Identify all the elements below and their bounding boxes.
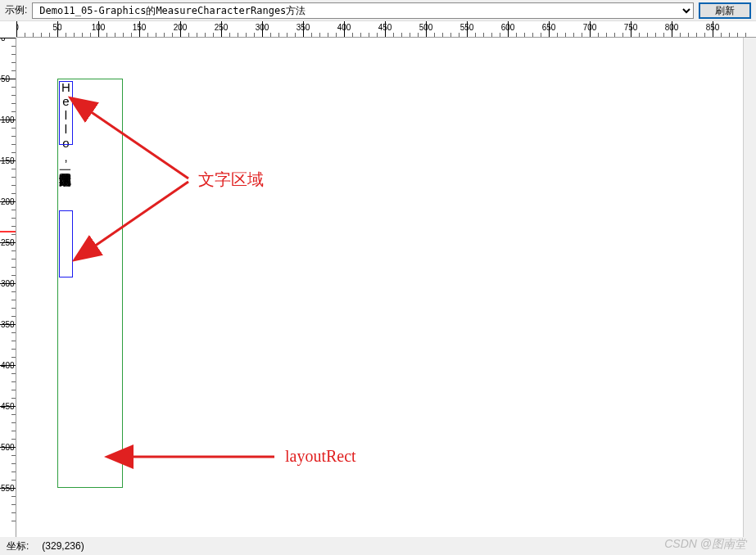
- ruler-v-label: 50: [1, 74, 16, 83]
- vertical-scrollbar[interactable]: [743, 38, 756, 537]
- ruler-h-label: 600: [501, 23, 515, 32]
- ruler-v-label: 150: [1, 156, 16, 165]
- toolbar: 示例: Demo11_05-Graphics的MeasureCharacterR…: [0, 0, 756, 21]
- ruler-h-label: 300: [256, 23, 269, 32]
- char-range-1: [59, 81, 73, 145]
- ruler-v-label: 250: [1, 238, 16, 247]
- ruler-h-label: 50: [52, 23, 61, 32]
- canvas[interactable]: Hello,这是一段测试范围的文字 文字区域 layoutRect: [16, 38, 756, 537]
- annotation-arrows: [16, 38, 754, 537]
- watermark: CSDN @图南堂: [664, 537, 746, 552]
- ruler-h-label: 700: [583, 23, 597, 32]
- ruler-h-label: 750: [624, 23, 638, 32]
- ruler-v-label: 0: [1, 38, 16, 43]
- ruler-h-label: 150: [133, 23, 147, 32]
- ruler-h-label: 850: [706, 23, 720, 32]
- refresh-button[interactable]: 刷新: [699, 2, 751, 19]
- work-area: 0501001502002503003504004505005506006507…: [0, 21, 756, 537]
- annotation-text-ranges: 文字区域: [198, 169, 264, 191]
- status-bar: 坐标: (329,236): [0, 537, 756, 555]
- ruler-v-label: 550: [1, 484, 16, 493]
- ruler-v-label: 350: [1, 320, 16, 329]
- horizontal-ruler: 0501001502002503003504004505005506006507…: [16, 21, 756, 38]
- ruler-v-label: 500: [1, 443, 16, 452]
- ruler-h-label: 200: [174, 23, 188, 32]
- annotation-layout-rect: layoutRect: [285, 447, 356, 466]
- char-range-2: [59, 210, 73, 278]
- ruler-h-label: 100: [92, 23, 106, 32]
- ruler-v-label: 200: [1, 197, 16, 206]
- ruler-h-label: 800: [665, 23, 679, 32]
- ruler-v-label: 300: [1, 279, 16, 288]
- ruler-v-label: 400: [1, 361, 16, 370]
- coord-label: 坐标:: [7, 539, 29, 553]
- ruler-h-label: 500: [419, 23, 433, 32]
- ruler-h-label: 250: [215, 23, 229, 32]
- example-label: 示例:: [5, 3, 27, 17]
- coord-value: (329,236): [42, 540, 84, 552]
- ruler-v-label: 100: [1, 115, 16, 124]
- ruler-h-label: 650: [542, 23, 556, 32]
- ruler-h-label: 0: [16, 23, 19, 32]
- ruler-v-marker: [0, 231, 16, 232]
- ruler-h-label: 400: [337, 23, 351, 32]
- ruler-h-label: 450: [378, 23, 392, 32]
- vertical-ruler: 050100150200250300350400450500550: [0, 38, 16, 537]
- ruler-h-label: 350: [297, 23, 310, 32]
- ruler-v-label: 450: [1, 402, 16, 411]
- ruler-h-label: 550: [460, 23, 474, 32]
- demo-dropdown[interactable]: Demo11_05-Graphics的MeasureCharacterRange…: [32, 2, 694, 19]
